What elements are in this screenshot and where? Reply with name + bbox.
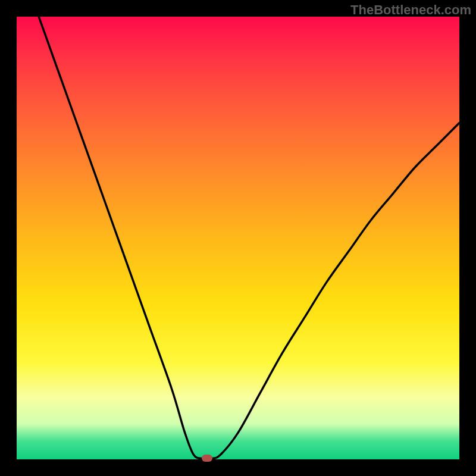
watermark-text: TheBottleneck.com [350,2,471,18]
bottleneck-curve [17,17,459,459]
optimal-point-marker [202,455,212,462]
chart-plot-area [17,17,459,459]
